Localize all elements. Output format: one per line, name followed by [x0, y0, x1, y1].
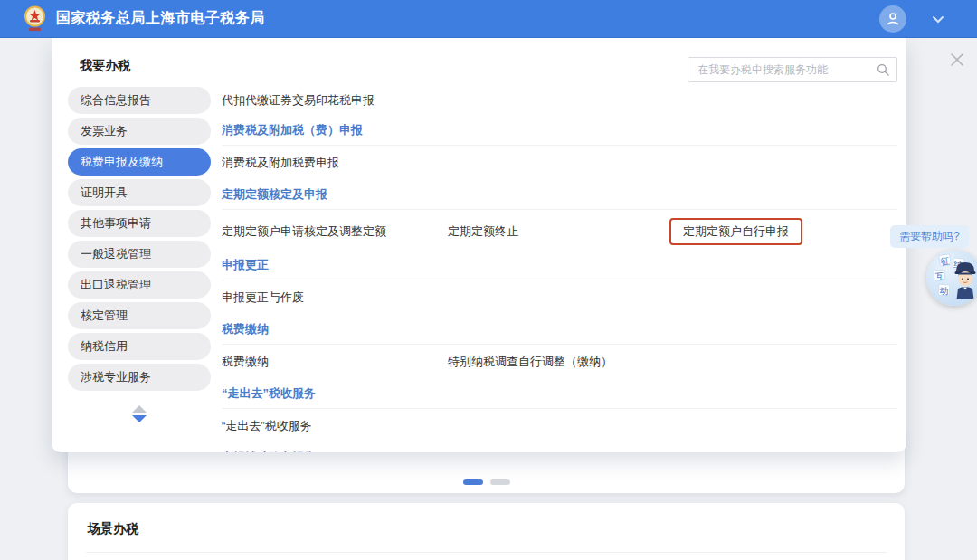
search-icon[interactable]	[877, 63, 889, 76]
section-declaration-correction: 申报更正 申报更正与作废	[222, 257, 897, 307]
sidebar-scroll-arrows	[68, 405, 211, 422]
section-divider	[222, 145, 897, 146]
sidebar-item-invoice-business[interactable]: 发票业务	[68, 118, 211, 145]
menu-item-quota-termination[interactable]: 定期定额终止	[448, 223, 669, 241]
section-divider	[222, 344, 897, 345]
menu-item-going-global-service[interactable]: “走出去”税收服务	[222, 417, 448, 435]
section-title-fixed-quota[interactable]: 定期定额核定及申报	[222, 186, 897, 202]
pagination-dot[interactable]	[490, 479, 510, 485]
section-declaration-auxiliary-info: 申报辅助信息报告	[222, 450, 897, 452]
sidebar-title: 我要办税	[68, 56, 211, 74]
section-divider	[222, 280, 897, 280]
chevron-down-icon[interactable]	[932, 15, 944, 24]
menu-item-tax-payment[interactable]: 税费缴纳	[222, 353, 448, 371]
close-icon[interactable]	[948, 51, 966, 69]
scene-card-title: 场景办税	[68, 503, 905, 537]
sidebar-item-other-applications[interactable]: 其他事项申请	[68, 210, 211, 237]
menu-item-correction-void[interactable]: 申报更正与作废	[222, 289, 448, 307]
national-emblem-logo	[23, 5, 47, 33]
menu-item-special-tax-adjustment-payment[interactable]: 特别纳税调查自行调整（缴纳）	[448, 353, 669, 371]
top-header: 国家税务总局上海市电子税务局	[0, 0, 977, 38]
sidebar-item-comprehensive-info-report[interactable]: 综合信息报告	[68, 87, 211, 114]
menu-item-quota-self-declaration-highlighted[interactable]: 定期定额户自行申报	[669, 218, 802, 245]
sidebar-item-general-tax-refund[interactable]: 一般退税管理	[68, 241, 211, 268]
assistant-badge-char: 互	[933, 269, 945, 281]
assistant-tooltip: 需要帮助吗?	[890, 225, 969, 248]
search-box	[688, 57, 897, 82]
section-title-consumption-tax[interactable]: 消费税及附加税（费）申报	[222, 122, 897, 138]
header-actions	[879, 0, 944, 38]
sidebar-item-tax-professional-services[interactable]: 涉税专业服务	[68, 364, 211, 391]
sidebar-item-export-tax-refund[interactable]: 出口退税管理	[68, 271, 211, 299]
menu-sidebar: 我要办税 综合信息报告 发票业务 税费申报及缴纳 证明开具 其他事项申请 一般退…	[68, 56, 211, 422]
sidebar-item-assessment-management[interactable]: 核定管理	[68, 302, 211, 329]
person-icon	[885, 11, 901, 27]
scroll-down-icon[interactable]	[132, 415, 147, 422]
section-title-going-global[interactable]: “走出去”税收服务	[222, 385, 897, 401]
sidebar-item-certificate-issuance[interactable]: 证明开具	[68, 179, 211, 206]
section-divider	[222, 408, 897, 409]
menu-overlay-panel: 我要办税 综合信息报告 发票业务 税费申报及缴纳 证明开具 其他事项申请 一般退…	[52, 38, 906, 452]
sidebar-item-tax-credit[interactable]: 纳税信用	[68, 333, 211, 360]
section-consumption-tax: 消费税及附加税（费）申报 消费税及附加税费申报	[222, 122, 897, 172]
assistant-badge-char: 动	[938, 284, 951, 297]
site-title: 国家税务总局上海市电子税务局	[56, 9, 265, 28]
menu-item-quota-apply-adjust[interactable]: 定期定额户申请核定及调整定额	[222, 223, 448, 241]
search-input[interactable]	[688, 57, 897, 82]
section-going-global: “走出去”税收服务 “走出去”税收服务	[222, 385, 897, 435]
scene-card-divider	[86, 552, 887, 553]
section-title-tax-payment[interactable]: 税费缴纳	[222, 321, 897, 337]
pagination-dot-active[interactable]	[463, 479, 483, 485]
sidebar-item-tax-declaration-payment[interactable]: 税费申报及缴纳	[68, 148, 211, 176]
section-fixed-quota: 定期定额核定及申报 定期定额户申请核定及调整定额 定期定额终止 定期定额户自行申…	[222, 186, 897, 245]
assistant-mascot-icon	[950, 260, 977, 301]
section-title-declaration-correction[interactable]: 申报更正	[222, 257, 897, 272]
section-divider	[222, 209, 897, 210]
menu-content: 代扣代缴证券交易印花税申报 消费税及附加税（费）申报 消费税及附加税费申报 定期…	[222, 38, 897, 452]
pagination	[68, 479, 905, 485]
user-avatar[interactable]	[879, 5, 906, 33]
assistant-widget[interactable]: 征 纳 互 动	[926, 250, 977, 306]
section-tax-payment: 税费缴纳 税费缴纳 特别纳税调查自行调整（缴纳）	[222, 321, 897, 371]
scene-tax-card: 场景办税	[68, 503, 905, 560]
section-title-declaration-auxiliary-info[interactable]: 申报辅助信息报告	[222, 450, 897, 452]
search-row	[222, 38, 897, 82]
menu-item-consumption-tax-declaration[interactable]: 消费税及附加税费申报	[222, 154, 448, 172]
menu-item-stamp-tax-withholding[interactable]: 代扣代缴证券交易印花税申报	[222, 91, 897, 108]
scroll-up-icon[interactable]	[132, 405, 147, 413]
